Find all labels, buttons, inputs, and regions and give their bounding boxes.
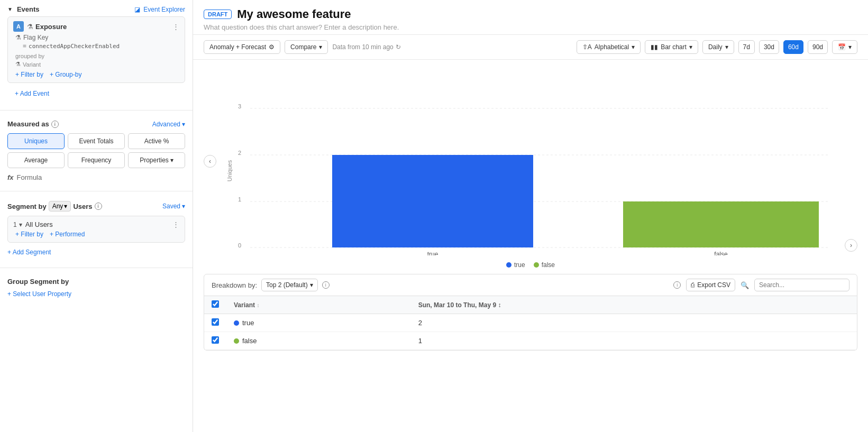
flask-icon: ⚗ <box>27 23 33 31</box>
metric-grid: Uniques Event Totals Active % Average Fr… <box>7 133 185 168</box>
breakdown-section: Breakdown by: Top 2 (Default) ▾ i i ⎙ Ex… <box>204 274 857 351</box>
refresh-icon[interactable]: ↻ <box>396 43 401 51</box>
breakdown-info-icon[interactable]: i <box>322 281 330 289</box>
add-event-button[interactable]: + Add Event <box>15 90 49 97</box>
event-exposure: A ⚗ Exposure ⋮ ⚗ Flag Key = connectedApp… <box>7 16 185 83</box>
events-label: Events <box>17 5 40 13</box>
event-totals-button[interactable]: Event Totals <box>68 133 125 149</box>
saved-button[interactable]: Saved ▾ <box>162 203 185 210</box>
events-caret-icon: ▼ <box>7 6 13 12</box>
measured-info-icon[interactable]: i <box>51 121 59 128</box>
th-date-range[interactable]: Sun, Mar 10 to Thu, May 9 ↕ <box>411 296 857 314</box>
alpha-chevron-icon: ▾ <box>632 43 635 51</box>
event-explorer-icon: ◪ <box>134 6 140 13</box>
false-color-dot <box>234 338 239 344</box>
event-explorer-btn[interactable]: ◪ Event Explorer <box>134 6 185 13</box>
breakdown-search-input[interactable] <box>754 279 849 291</box>
segment-all-users: 1 ▾ All Users ⋮ + Filter by + Performed <box>7 216 185 243</box>
group-segment-section: Group Segment by + Select User Property <box>0 272 193 303</box>
equals-sign: = <box>23 42 26 50</box>
90d-button[interactable]: 90d <box>808 40 828 54</box>
bar-true[interactable] <box>332 155 533 247</box>
main-content: DRAFT My awesome feature What question d… <box>193 0 868 432</box>
average-button[interactable]: Average <box>7 152 65 168</box>
row-true-value-cell: 2 <box>411 314 857 332</box>
th-variant[interactable]: Variant ↕ <box>226 296 411 314</box>
compare-button[interactable]: Compare ▾ <box>285 40 328 54</box>
event-item-header: A ⚗ Exposure ⋮ <box>13 21 179 32</box>
breakdown-table-wrapper: Variant ↕ Sun, Mar 10 to Thu, May 9 ↕ <box>204 296 857 350</box>
legend-true: true <box>506 261 525 269</box>
group-by-link[interactable]: + Group-by <box>50 71 81 78</box>
7d-button[interactable]: 7d <box>738 40 755 54</box>
chart-svg-wrapper: ‹ › 0 1 2 3 Uniques <box>204 65 857 257</box>
segment-header: Segment by Any ▾ Users i Saved ▾ <box>7 201 185 212</box>
row-false-value-cell: 1 <box>411 332 857 350</box>
y-label-0: 0 <box>238 242 241 249</box>
fx-icon: fx <box>7 173 14 181</box>
breakdown-help-icon[interactable]: i <box>673 281 681 289</box>
add-event-row: + Add Event <box>7 86 185 100</box>
breakdown-header: Breakdown by: Top 2 (Default) ▾ i i ⎙ Ex… <box>204 274 857 296</box>
header-checkbox[interactable] <box>212 300 219 308</box>
measured-title-group: Measured as i <box>7 120 59 128</box>
event-letter-badge: A <box>13 21 24 32</box>
segment-number: 1 ▾ <box>13 221 22 228</box>
event-menu-icon[interactable]: ⋮ <box>172 23 179 31</box>
chart-description[interactable]: What question does this chart answer? En… <box>204 23 857 31</box>
breakdown-table: Variant ↕ Sun, Mar 10 to Thu, May 9 ↕ <box>204 296 857 350</box>
30d-button[interactable]: 30d <box>759 40 779 54</box>
breakdown-select[interactable]: Top 2 (Default) ▾ <box>261 279 318 291</box>
any-button[interactable]: Any ▾ <box>49 201 71 212</box>
anomaly-forecast-button[interactable]: Anomaly + Forecast ⚙ <box>204 40 280 54</box>
flask-small-icon: ⚗ <box>15 34 21 41</box>
active-pct-button[interactable]: Active % <box>128 133 185 149</box>
formula-row[interactable]: fx Formula <box>7 173 185 181</box>
properties-button[interactable]: Properties ▾ <box>128 152 185 168</box>
grouped-by-section: grouped by ⚗ Variant <box>13 53 179 68</box>
segment-filter-by-link[interactable]: + Filter by <box>15 231 43 238</box>
any-chevron-icon: ▾ <box>64 203 67 210</box>
draft-badge: DRAFT <box>204 10 232 19</box>
breakdown-chevron-icon: ▾ <box>310 281 313 289</box>
daily-button[interactable]: Daily ▾ <box>702 40 734 54</box>
all-users-label: All Users <box>22 220 172 228</box>
chart-nav-left[interactable]: ‹ <box>204 155 216 168</box>
segment-add-links: + Filter by + Performed <box>13 231 179 238</box>
legend-false-label: false <box>542 261 555 269</box>
uniques-button[interactable]: Uniques <box>7 133 65 149</box>
advanced-button[interactable]: Advanced ▾ <box>152 121 185 128</box>
users-label: Users i <box>73 203 102 210</box>
legend-false-dot <box>534 262 539 268</box>
bar-false[interactable] <box>623 201 819 247</box>
bar-chart-container: ‹ › 0 1 2 3 Uniques <box>204 65 857 269</box>
add-segment-button[interactable]: + Add Segment <box>7 249 51 256</box>
segment-performed-link[interactable]: + Performed <box>50 231 85 238</box>
group-segment-title: Group Segment by <box>7 278 185 286</box>
export-csv-button[interactable]: ⎙ Export CSV <box>686 279 735 291</box>
row-false-checkbox[interactable] <box>212 336 219 344</box>
row-true-checkbox[interactable] <box>212 318 219 326</box>
search-icon: 🔍 <box>741 281 749 289</box>
segment-menu-icon[interactable]: ⋮ <box>172 220 179 228</box>
legend-true-dot <box>506 262 511 268</box>
users-info-icon[interactable]: i <box>95 203 102 210</box>
anomaly-settings-icon: ⚙ <box>269 43 275 51</box>
row-false-checkbox-cell <box>204 332 226 350</box>
row-true-variant-cell: true <box>226 314 411 332</box>
true-color-dot <box>234 320 239 326</box>
alphabetical-button[interactable]: ⇧A Alphabetical ▾ <box>577 40 641 54</box>
events-header[interactable]: ▼ Events ◪ Event Explorer <box>7 5 185 13</box>
toolbar: Anomaly + Forecast ⚙ Compare ▾ Data from… <box>193 35 868 60</box>
bar-chart-button[interactable]: ▮▮ Bar chart ▾ <box>645 40 698 54</box>
60d-button[interactable]: 60d <box>783 40 803 54</box>
frequency-button[interactable]: Frequency <box>68 152 125 168</box>
date-sort-icon: ↕ <box>498 301 501 309</box>
chart-nav-right[interactable]: › <box>845 239 857 252</box>
select-property-button[interactable]: + Select User Property <box>7 290 71 298</box>
breakdown-table-body: true 2 false <box>204 314 857 350</box>
calendar-button[interactable]: 📅 ▾ <box>832 40 857 54</box>
chart-title: My awesome feature <box>237 7 351 21</box>
filter-by-link[interactable]: + Filter by <box>15 71 43 78</box>
y-label-1: 1 <box>238 196 241 203</box>
